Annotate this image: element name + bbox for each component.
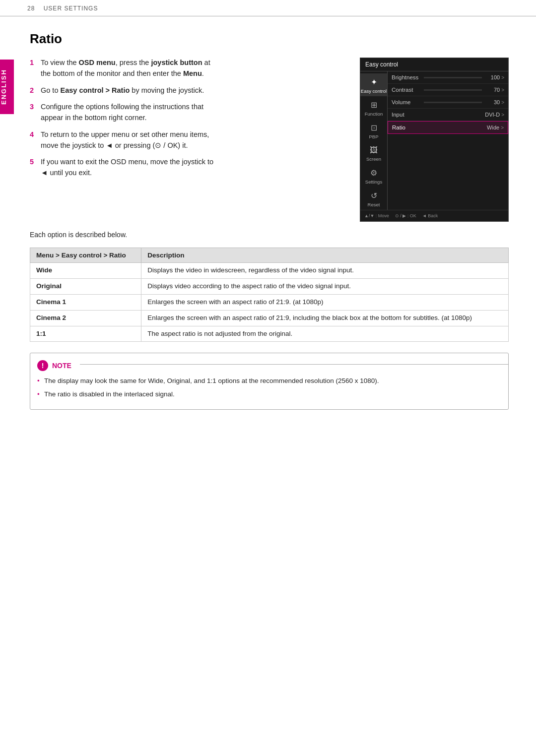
settings-label: Settings bbox=[365, 179, 382, 185]
osd-input-label: Input bbox=[392, 112, 485, 118]
table-row: Cinema 2Enlarges the screen with an aspe… bbox=[30, 310, 509, 326]
instruction-3: Configure the options following the inst… bbox=[30, 102, 218, 124]
note-header: ! NOTE bbox=[37, 360, 499, 371]
osd-screenshot: Easy control ✦ Easy control ⊞ Function ⊡… bbox=[360, 58, 509, 222]
table-cell-option: 1:1 bbox=[30, 326, 141, 342]
osd-ratio-chevron: > bbox=[501, 125, 504, 130]
section-name: USER SETTINGS bbox=[44, 5, 98, 12]
section-title: Ratio bbox=[30, 31, 509, 47]
reset-label: Reset bbox=[368, 202, 380, 207]
page-number: 28 bbox=[27, 5, 35, 12]
page-header: 28 USER SETTINGS bbox=[0, 0, 536, 16]
table-col2-header: Description bbox=[141, 248, 509, 263]
osd-menu: Brightness 100 > Contrast 70 bbox=[388, 71, 508, 210]
osd-sidebar: ✦ Easy control ⊞ Function ⊡ PBP 🖼 Screen bbox=[360, 71, 388, 210]
table-row: WideDisplays the video in widescreen, re… bbox=[30, 263, 509, 279]
note-title: NOTE bbox=[52, 362, 71, 370]
note-list: The display may look the same for Wide, … bbox=[37, 376, 499, 399]
osd-sidebar-easy-control: ✦ Easy control bbox=[360, 73, 387, 96]
osd-brightness-item: Brightness 100 > bbox=[388, 71, 508, 84]
easy-control-icon: ✦ bbox=[371, 77, 377, 87]
osd-contrast-value: 70 bbox=[485, 87, 500, 93]
screen-label: Screen bbox=[366, 156, 381, 162]
instructions-list: To view the OSD menu, press the joystick… bbox=[30, 58, 218, 185]
function-label: Function bbox=[365, 111, 383, 117]
table-cell-description: Displays video according to the aspect r… bbox=[141, 278, 509, 294]
osd-sidebar-screen: 🖼 Screen bbox=[360, 142, 387, 164]
osd-header: Easy control bbox=[360, 58, 508, 71]
osd-brightness-value: 100 bbox=[485, 74, 500, 80]
note-icon: ! bbox=[37, 360, 48, 371]
osd-input-item: Input DVI-D > bbox=[388, 109, 508, 121]
instruction-4: To return to the upper menu or set other… bbox=[30, 129, 218, 151]
osd-volume-item: Volume 30 > bbox=[388, 96, 508, 109]
table-cell-description: Displays the video in widescreen, regard… bbox=[141, 263, 509, 279]
osd-contrast-label: Contrast bbox=[392, 87, 421, 93]
osd-contrast-bar bbox=[424, 89, 482, 91]
table-cell-description: The aspect ratio is not adjusted from th… bbox=[141, 326, 509, 342]
osd-spacer bbox=[388, 134, 508, 174]
osd-sidebar-pbp: ⊡ PBP bbox=[360, 119, 387, 142]
table-col1-header: Menu > Easy control > Ratio bbox=[30, 248, 141, 263]
table-cell-description: Enlarges the screen with an aspect ratio… bbox=[141, 294, 509, 310]
osd-contrast-item: Contrast 70 > bbox=[388, 84, 508, 96]
instruction-5: If you want to exit the OSD menu, move t… bbox=[30, 157, 218, 179]
osd-volume-chevron: > bbox=[501, 100, 504, 105]
osd-footer-move: ▲/▼ : Move bbox=[364, 213, 389, 218]
osd-volume-value: 30 bbox=[485, 99, 500, 105]
osd-volume-bar bbox=[424, 102, 482, 103]
table-cell-description: Enlarges the screen with an aspect ratio… bbox=[141, 310, 509, 326]
pbp-icon: ⊡ bbox=[371, 123, 377, 132]
osd-sidebar-reset: ↺ Reset bbox=[360, 187, 387, 210]
easy-control-label: Easy control bbox=[361, 88, 387, 94]
osd-footer-ok: ⊙ / ▶ : OK bbox=[395, 213, 416, 218]
description-text: Each option is described below. bbox=[30, 222, 509, 239]
osd-brightness-bar bbox=[424, 77, 482, 78]
osd-ratio-item: Ratio Wide > bbox=[388, 121, 508, 134]
screen-icon: 🖼 bbox=[370, 146, 378, 155]
osd-ratio-value: Wide bbox=[484, 125, 499, 130]
table-row: 1:1The aspect ratio is not adjusted from… bbox=[30, 326, 509, 342]
osd-brightness-label: Brightness bbox=[392, 74, 421, 80]
settings-icon: ⚙ bbox=[370, 168, 377, 178]
table-cell-option: Wide bbox=[30, 263, 141, 279]
osd-sidebar-function: ⊞ Function bbox=[360, 96, 387, 119]
osd-footer: ▲/▼ : Move ⊙ / ▶ : OK ◄ Back bbox=[360, 210, 508, 221]
osd-footer-back: ◄ Back bbox=[422, 213, 438, 218]
osd-volume-label: Volume bbox=[392, 99, 421, 105]
sidebar-language-label: ENGLISH bbox=[0, 60, 14, 114]
note-item: The display may look the same for Wide, … bbox=[37, 376, 499, 386]
instruction-2: Go to Easy control > Ratio by moving the… bbox=[30, 85, 218, 96]
table-row: OriginalDisplays video according to the … bbox=[30, 278, 509, 294]
osd-brightness-chevron: > bbox=[501, 75, 504, 80]
options-table: Menu > Easy control > Ratio Description … bbox=[30, 248, 509, 342]
table-cell-option: Original bbox=[30, 278, 141, 294]
reset-icon: ↺ bbox=[371, 191, 377, 200]
pbp-label: PBP bbox=[369, 134, 378, 139]
table-row: Cinema 1Enlarges the screen with an aspe… bbox=[30, 294, 509, 310]
table-cell-option: Cinema 1 bbox=[30, 294, 141, 310]
osd-ratio-label: Ratio bbox=[392, 125, 484, 130]
osd-sidebar-settings: ⚙ Settings bbox=[360, 164, 387, 187]
osd-input-chevron: > bbox=[501, 112, 504, 118]
note-line bbox=[80, 364, 508, 365]
note-box: ! NOTE The display may look the same for… bbox=[30, 353, 509, 410]
table-cell-option: Cinema 2 bbox=[30, 310, 141, 326]
function-icon: ⊞ bbox=[371, 100, 377, 110]
osd-input-value: DVI-D bbox=[485, 112, 500, 118]
instruction-1: To view the OSD menu, press the joystick… bbox=[30, 58, 218, 79]
note-item: The ratio is disabled in the interlaced … bbox=[37, 389, 499, 399]
osd-contrast-chevron: > bbox=[501, 87, 504, 93]
